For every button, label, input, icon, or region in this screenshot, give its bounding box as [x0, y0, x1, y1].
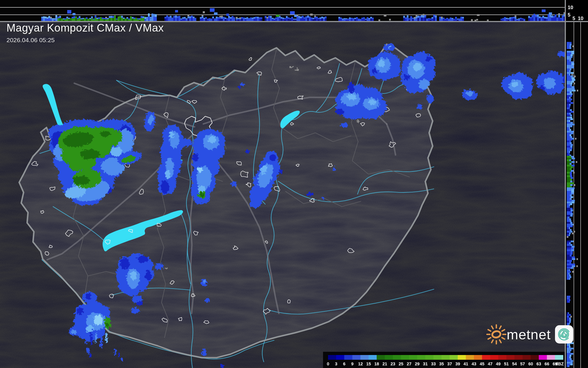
colorbar-cell — [458, 355, 466, 360]
colorbar-tick-label: 43 — [472, 362, 476, 366]
colorbar-tick-label: 47 — [488, 362, 493, 366]
echo-shape — [278, 169, 282, 173]
colorbar-cell — [442, 355, 450, 360]
metnet-logo: metnet — [485, 323, 574, 346]
echo-shape — [403, 73, 409, 79]
elevated-echo-cell — [73, 13, 75, 15]
colorbar-tick-label: 27 — [407, 362, 411, 366]
echo-shape — [99, 130, 110, 136]
colorbar-tick-label: 51 — [504, 362, 509, 366]
echo-shape — [377, 59, 384, 66]
colorbar-cell — [401, 355, 409, 360]
colorbar-tick-label: 6 — [343, 362, 345, 366]
colorbar-tick-label: 25 — [398, 362, 403, 366]
colorbar-tick-label: 60 — [528, 362, 533, 366]
colorbar-cell — [466, 355, 474, 360]
echo-shape — [368, 98, 375, 104]
echo-shape — [104, 331, 106, 342]
echo-shape — [249, 199, 259, 207]
echo-shape — [94, 331, 96, 343]
echo-shape — [511, 80, 517, 86]
colorbar-cell — [490, 355, 498, 360]
echo-shape — [84, 330, 87, 343]
echo-shape — [320, 196, 323, 198]
echo-shape — [192, 152, 197, 161]
echo-shape — [86, 346, 88, 353]
colorbar-cell — [377, 355, 385, 360]
echo-shape — [136, 254, 147, 261]
right-height-profile — [565, 0, 588, 368]
colorbar-cell — [417, 355, 426, 360]
elevated-echo-cell — [477, 14, 480, 16]
echo-shape — [89, 330, 91, 346]
colorbar-cell — [482, 355, 490, 360]
echo-shape — [169, 130, 173, 137]
colorbar-unit-label: dBZ — [555, 362, 564, 366]
echo-shape — [306, 192, 312, 195]
colorbar-cell — [498, 355, 507, 360]
radar-composite-app: 1055100369121518212325272931333537394143… — [0, 0, 588, 368]
colorbar-cell — [409, 355, 417, 360]
colorbar-tick-label: 37 — [447, 362, 452, 366]
echo-shape — [160, 179, 168, 192]
echo-shape — [201, 349, 206, 355]
echo-shape — [355, 119, 358, 122]
echo-shape — [136, 300, 141, 305]
echo-shape — [204, 297, 208, 302]
colorbar-cell — [393, 355, 401, 360]
echo-shape — [290, 66, 292, 67]
echo-shape — [346, 93, 355, 99]
elevated-echo-cell — [290, 11, 295, 14]
echo-shape — [219, 364, 223, 367]
echo-shape — [130, 307, 139, 313]
colorbar-cell — [344, 355, 353, 360]
colorbar-cell — [328, 355, 336, 360]
colorbar-cell — [547, 355, 555, 360]
echo-shape — [109, 146, 121, 155]
echo-shape — [119, 257, 129, 268]
axis-label: 10 — [578, 16, 584, 21]
echo-shape — [269, 153, 275, 160]
echo-shape — [164, 266, 166, 268]
echo-shape — [331, 167, 335, 170]
echo-shape — [72, 175, 88, 184]
echo-shape — [105, 321, 108, 327]
echo-shape — [144, 270, 150, 279]
colorbar-cell — [336, 355, 345, 360]
echo-shape — [244, 149, 248, 152]
colorbar-cell — [555, 355, 563, 360]
axis-label: 5 — [568, 12, 570, 18]
colorbar-tick-label: 31 — [423, 362, 428, 366]
echo-shape — [178, 138, 192, 146]
echo-shape — [412, 62, 420, 70]
colorbar-tick-label: 35 — [439, 362, 444, 366]
dbz-colorbar: 0369121518212325272931333537394143454749… — [323, 352, 565, 368]
colorbar-tick-label: 3 — [335, 362, 337, 366]
echo-shape — [202, 278, 205, 282]
elevated-echo-cell — [203, 11, 205, 13]
echo-shape — [425, 55, 431, 60]
elevated-echo-cell — [276, 15, 279, 17]
colorbar-tick-label: 66 — [544, 362, 549, 366]
elevated-echo-cell — [67, 10, 71, 14]
colorbar-cell — [450, 355, 458, 360]
echo-shape — [539, 85, 543, 90]
colorbar-tick-label: 45 — [480, 362, 484, 366]
colorbar-cell — [385, 355, 393, 360]
colorbar-tick-label: 0 — [327, 362, 329, 366]
colorbar-cell — [531, 355, 539, 360]
colorbar-tick-label: 63 — [536, 362, 541, 366]
colorbar-cell — [539, 355, 547, 360]
colorbar-cell — [506, 355, 515, 360]
echo-shape — [371, 68, 376, 73]
echo-shape — [237, 85, 240, 88]
echo-shape — [418, 78, 429, 89]
elevated-echo-cell — [542, 9, 546, 12]
elevated-echo-cell — [226, 14, 229, 16]
echo-shape — [164, 169, 169, 178]
echo-shape — [239, 81, 243, 85]
echo-shape — [543, 76, 555, 88]
echo-shape — [387, 45, 391, 48]
elevated-echo-cell — [549, 12, 552, 15]
colorbar-tick-label: 21 — [382, 362, 387, 366]
